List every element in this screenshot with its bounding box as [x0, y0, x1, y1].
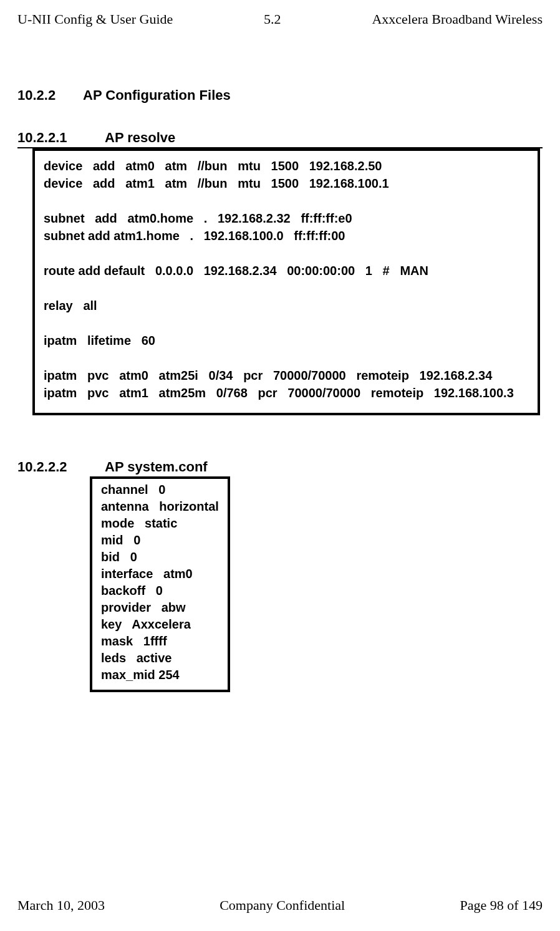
- code-box-ap-systemconf: channel 0 antenna horizontal mode static…: [90, 476, 230, 692]
- header-doc-title: U-NII Config & User Guide: [17, 11, 173, 27]
- page-footer: March 10, 2003 Company Confidential Page…: [17, 897, 543, 914]
- subsection-title: AP system.conf: [105, 459, 208, 475]
- subsection-title: AP resolve: [105, 130, 175, 145]
- subsection-number: 10.2.2.2: [17, 459, 105, 475]
- subsection-heading-ap-systemconf: 10.2.2.2AP system.conf: [17, 459, 543, 475]
- footer-date: March 10, 2003: [17, 897, 105, 914]
- header-company: Axxcelera Broadband Wireless: [372, 11, 543, 27]
- footer-page-number: Page 98 of 149: [460, 897, 543, 914]
- section-heading: 10.2.2AP Configuration Files: [17, 87, 543, 104]
- code-box-ap-resolve: device add atm0 atm //bun mtu 1500 192.1…: [32, 148, 540, 415]
- section-title: AP Configuration Files: [83, 87, 231, 103]
- subsection-heading-ap-resolve: 10.2.2.1AP resolve: [17, 130, 543, 148]
- section-number: 10.2.2: [17, 87, 83, 104]
- subsection-number: 10.2.2.1: [17, 130, 105, 146]
- page-header: U-NII Config & User Guide 5.2 Axxcelera …: [17, 11, 543, 27]
- footer-confidential: Company Confidential: [220, 897, 345, 914]
- header-version: 5.2: [264, 11, 281, 27]
